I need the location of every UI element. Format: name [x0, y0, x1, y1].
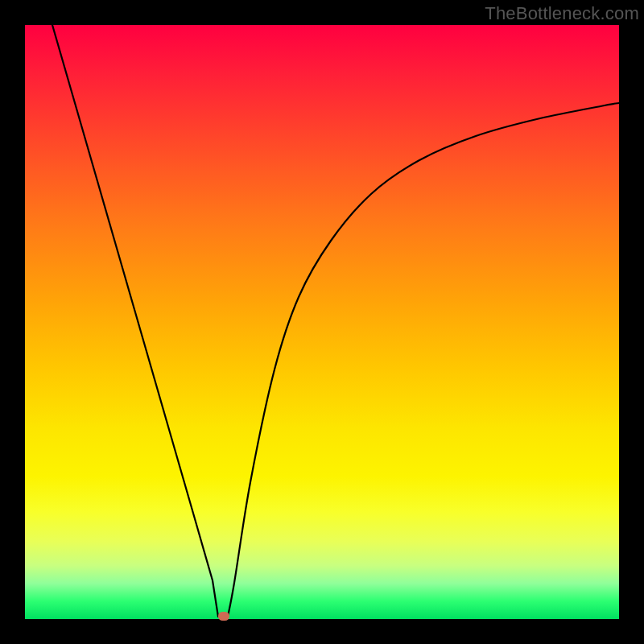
chart-frame: TheBottleneck.com — [0, 0, 644, 644]
plot-area — [25, 25, 619, 619]
bottleneck-curve — [25, 25, 619, 619]
curve-path — [52, 25, 619, 617]
minimum-marker — [218, 612, 229, 621]
watermark-text: TheBottleneck.com — [485, 3, 639, 24]
